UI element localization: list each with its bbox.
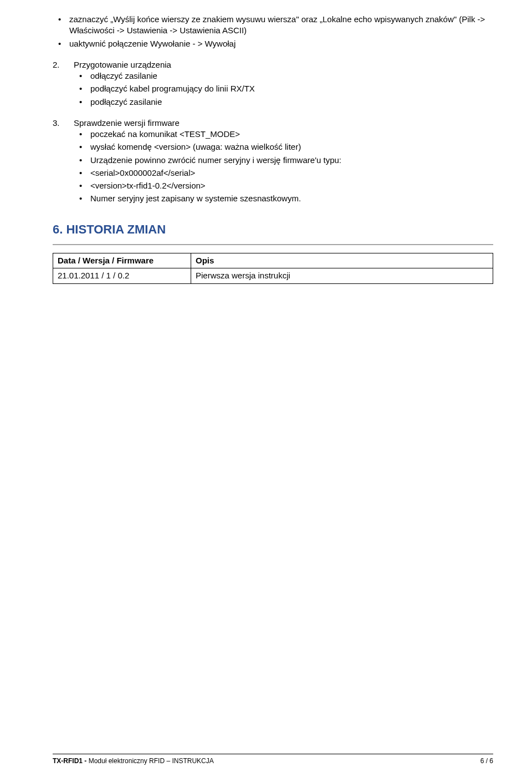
list-item: podłączyć zasilanie	[53, 97, 493, 108]
footer-title-rest: Moduł elektroniczny RFID – INSTRUKCJA	[89, 757, 214, 765]
table-header-cell: Data / Wersja / Firmware	[53, 253, 191, 268]
section-number: 2.	[53, 59, 74, 70]
list-item: <serial>0x000002af</serial>	[53, 167, 493, 179]
section-2-block: 2. Przygotowanie urządzenia odłączyć zas…	[53, 59, 493, 108]
heading-rule	[53, 244, 493, 245]
section-3-block: 3. Sprawdzenie wersji firmware poczekać …	[53, 118, 493, 205]
section-3-bullets: poczekać na komunikat <TEST_MODE> wysłać…	[53, 129, 493, 205]
page: zaznaczyć „Wyślij końce wierszy ze znaki…	[0, 0, 532, 782]
list-item: zaznaczyć „Wyślij końce wierszy ze znaki…	[53, 14, 493, 37]
numbered-heading: 3. Sprawdzenie wersji firmware	[53, 118, 493, 129]
list-item: <version>tx-rfid1-0.2</version>	[53, 180, 493, 191]
numbered-heading: 2. Przygotowanie urządzenia	[53, 59, 493, 70]
history-table: Data / Wersja / Firmware Opis 21.01.2011…	[53, 253, 493, 284]
list-item: poczekać na komunikat <TEST_MODE>	[53, 129, 493, 140]
table-cell: Pierwsza wersja instrukcji	[191, 268, 493, 283]
table-header-row: Data / Wersja / Firmware Opis	[53, 253, 493, 268]
section-2-bullets: odłączyć zasilanie podłączyć kabel progr…	[53, 70, 493, 108]
footer-rule	[53, 754, 493, 754]
table-cell: 21.01.2011 / 1 / 0.2	[53, 268, 191, 283]
table-header-cell: Opis	[191, 253, 493, 268]
footer-title-bold: TX-RFID1 -	[53, 757, 89, 765]
footer-page-number: 6 / 6	[480, 756, 493, 765]
page-footer: TX-RFID1 - Moduł elektroniczny RFID – IN…	[53, 750, 493, 765]
list-item: Numer seryjny jest zapisany w systemie s…	[53, 193, 493, 204]
section-title: Przygotowanie urządzenia	[74, 59, 493, 70]
list-item: wysłać komendę <version> (uwaga: ważna w…	[53, 141, 493, 153]
list-item: odłączyć zasilanie	[53, 70, 493, 82]
list-item: podłączyć kabel programujący do linii RX…	[53, 83, 493, 94]
footer-row: TX-RFID1 - Moduł elektroniczny RFID – IN…	[53, 756, 493, 765]
top-bullet-list: zaznaczyć „Wyślij końce wierszy ze znaki…	[53, 14, 493, 49]
history-heading: 6. HISTORIA ZMIAN	[53, 221, 493, 238]
footer-left: TX-RFID1 - Moduł elektroniczny RFID – IN…	[53, 756, 214, 765]
table-row: 21.01.2011 / 1 / 0.2 Pierwsza wersja ins…	[53, 268, 493, 283]
section-title: Sprawdzenie wersji firmware	[74, 118, 493, 129]
list-item: uaktywnić połączenie Wywołanie - > Wywoł…	[53, 38, 493, 49]
section-number: 3.	[53, 118, 74, 129]
list-item: Urządzenie powinno zwrócić numer seryjny…	[53, 155, 493, 166]
